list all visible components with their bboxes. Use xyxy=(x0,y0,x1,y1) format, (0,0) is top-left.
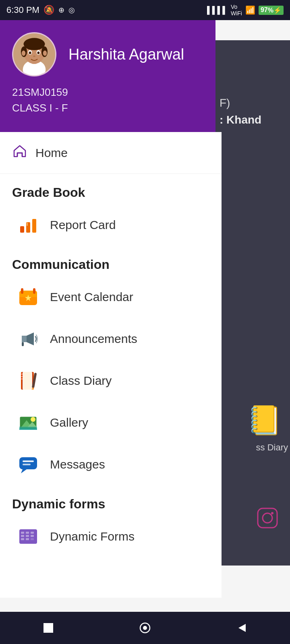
main-wrapper: F) : Khand 📒 ss Diary xyxy=(0,20,290,598)
svg-rect-61 xyxy=(44,623,53,633)
svg-rect-47 xyxy=(19,457,37,469)
dynamic-forms-nav-item[interactable]: Dynamic Forms xyxy=(0,516,222,557)
announcements-label: Announcements xyxy=(50,332,137,346)
svg-rect-52 xyxy=(21,532,24,534)
calendar-icon xyxy=(16,285,40,309)
status-left: 6:30 PM 🔕 ⊕ ◎ xyxy=(6,5,75,15)
vowifi-icon: VoWiFi xyxy=(231,4,242,17)
svg-rect-53 xyxy=(26,532,29,534)
svg-rect-34 xyxy=(21,374,23,375)
report-card-nav-item[interactable]: Report Card xyxy=(0,204,222,246)
back-button[interactable] xyxy=(234,620,250,636)
avatar xyxy=(12,32,56,76)
profile-name: Harshita Agarwal xyxy=(68,46,184,63)
overlay-diary-label: ss Diary xyxy=(256,442,288,453)
svg-point-2 xyxy=(271,512,273,514)
svg-rect-56 xyxy=(26,535,29,537)
home-icon xyxy=(12,143,27,162)
gallery-icon xyxy=(16,411,40,435)
svg-marker-48 xyxy=(21,469,27,473)
svg-rect-50 xyxy=(23,464,31,465)
svg-rect-24 xyxy=(21,288,23,294)
vpn-icon: ⊕ xyxy=(58,6,64,14)
bottom-nav-bar xyxy=(0,612,290,644)
svg-point-63 xyxy=(143,626,147,630)
svg-rect-25 xyxy=(33,288,35,294)
battery-indicator: 97%⚡ xyxy=(259,6,284,15)
svg-rect-28 xyxy=(22,336,27,342)
messages-label: Messages xyxy=(50,458,105,471)
home-label: Home xyxy=(35,146,68,160)
overlay-top-text: F) xyxy=(215,40,290,114)
signal-icon: ▌▌▌▌ xyxy=(207,6,228,14)
profile-content: Harshita Agarwal xyxy=(12,32,203,76)
svg-point-15 xyxy=(22,51,25,56)
svg-point-12 xyxy=(29,52,31,54)
svg-rect-20 xyxy=(27,223,28,226)
svg-point-7 xyxy=(24,38,45,50)
gallery-nav-item[interactable]: Gallery xyxy=(0,402,222,444)
svg-rect-49 xyxy=(23,460,34,462)
messages-icon xyxy=(16,452,40,477)
svg-rect-57 xyxy=(31,535,34,537)
svg-point-43 xyxy=(31,417,35,422)
messages-nav-item[interactable]: Messages xyxy=(0,444,222,485)
event-calendar-nav-item[interactable]: Event Calendar xyxy=(0,276,222,318)
svg-rect-29 xyxy=(22,342,24,346)
time: 6:30 PM xyxy=(6,5,39,15)
profile-info: Harshita Agarwal xyxy=(68,46,184,63)
svg-rect-19 xyxy=(32,219,36,233)
overlay-right-panel: F) : Khand 📒 ss Diary xyxy=(215,40,290,566)
overlay-diary-icon: 📒 xyxy=(247,404,282,437)
home-button[interactable] xyxy=(137,620,153,636)
dynamic-forms-label: Dynamic Forms xyxy=(50,530,135,543)
class-diary-nav-item[interactable]: Class Diary xyxy=(0,360,222,402)
svg-point-1 xyxy=(263,513,272,523)
svg-rect-17 xyxy=(20,226,24,233)
svg-rect-46 xyxy=(19,428,37,430)
grade-book-section-header: Grade Book xyxy=(0,174,222,204)
svg-rect-54 xyxy=(31,532,34,534)
home-nav-item[interactable]: Home xyxy=(0,132,222,174)
mute-icon: 🔕 xyxy=(44,5,54,15)
communication-section-header: Communication xyxy=(0,246,222,276)
report-card-label: Report Card xyxy=(50,218,116,232)
svg-rect-36 xyxy=(21,378,23,380)
svg-rect-59 xyxy=(26,538,29,540)
forms-icon xyxy=(16,524,40,549)
profile-id: 21SMJ0159 CLASS I - F xyxy=(12,85,203,116)
svg-marker-64 xyxy=(238,624,246,632)
dynamic-forms-section-header: Dynamic forms xyxy=(0,485,222,516)
status-right: ▌▌▌▌ VoWiFi 📶 97%⚡ xyxy=(207,4,284,17)
svg-rect-60 xyxy=(31,538,34,540)
profile-header: Harshita Agarwal 21SMJ0159 CLASS I - F xyxy=(0,20,215,132)
svg-rect-33 xyxy=(23,372,32,390)
svg-rect-0 xyxy=(258,508,277,528)
diary-icon xyxy=(16,369,40,393)
megaphone-icon xyxy=(16,327,40,351)
svg-rect-58 xyxy=(21,538,24,540)
class-diary-label: Class Diary xyxy=(50,374,112,388)
square-button[interactable] xyxy=(40,620,56,636)
bar-chart-icon xyxy=(16,213,40,237)
svg-point-16 xyxy=(43,51,47,56)
svg-point-14 xyxy=(33,56,35,57)
gallery-label: Gallery xyxy=(50,416,88,429)
sidebar: Home Grade Book Report Card Communicatio… xyxy=(0,132,222,598)
overlay-sub-text: : Khand xyxy=(215,114,290,126)
svg-rect-35 xyxy=(21,376,23,377)
circle-icon: ◎ xyxy=(68,6,75,14)
event-calendar-label: Event Calendar xyxy=(50,290,133,304)
wifi-icon: 📶 xyxy=(245,5,255,15)
svg-rect-55 xyxy=(21,535,24,537)
status-bar: 6:30 PM 🔕 ⊕ ◎ ▌▌▌▌ VoWiFi 📶 97%⚡ xyxy=(0,0,290,20)
announcements-nav-item[interactable]: Announcements xyxy=(0,318,222,360)
svg-point-13 xyxy=(37,52,40,54)
overlay-instagram-icon xyxy=(257,508,278,533)
